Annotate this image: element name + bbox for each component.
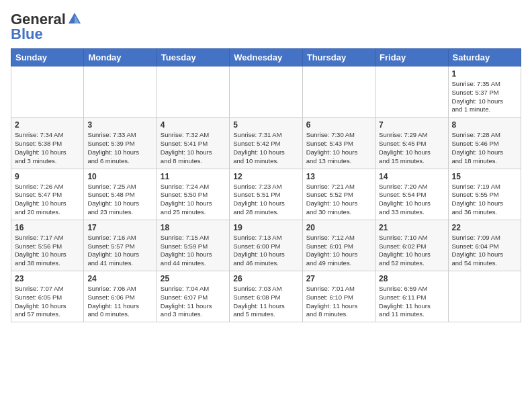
calendar-cell: 23Sunrise: 7:07 AM Sunset: 6:05 PM Dayli… — [11, 271, 84, 322]
day-info: Sunrise: 7:17 AM Sunset: 5:56 PM Dayligh… — [15, 234, 80, 268]
day-info: Sunrise: 7:21 AM Sunset: 5:52 PM Dayligh… — [306, 183, 371, 217]
logo: General Blue — [11, 11, 82, 43]
calendar-cell: 18Sunrise: 7:15 AM Sunset: 5:59 PM Dayli… — [157, 220, 229, 271]
calendar-cell: 17Sunrise: 7:16 AM Sunset: 5:57 PM Dayli… — [84, 220, 157, 271]
day-number: 27 — [306, 274, 371, 283]
day-number: 19 — [233, 223, 298, 232]
logo-blue-text: Blue — [11, 26, 43, 43]
day-number: 25 — [161, 274, 226, 283]
day-number: 8 — [452, 120, 517, 130]
day-info: Sunrise: 7:24 AM Sunset: 5:50 PM Dayligh… — [161, 183, 226, 217]
page-header: General Blue — [11, 11, 521, 43]
day-number: 24 — [87, 274, 152, 283]
calendar-cell — [157, 66, 229, 118]
day-number: 23 — [15, 274, 80, 283]
day-info: Sunrise: 7:23 AM Sunset: 5:51 PM Dayligh… — [233, 183, 298, 217]
day-info: Sunrise: 7:07 AM Sunset: 6:05 PM Dayligh… — [15, 285, 80, 319]
calendar-week-row: 1Sunrise: 7:35 AM Sunset: 5:37 PM Daylig… — [11, 66, 521, 118]
day-info: Sunrise: 7:09 AM Sunset: 6:04 PM Dayligh… — [452, 234, 517, 268]
calendar-cell: 19Sunrise: 7:13 AM Sunset: 6:00 PM Dayli… — [230, 220, 302, 271]
day-info: Sunrise: 7:01 AM Sunset: 6:10 PM Dayligh… — [306, 285, 371, 319]
calendar-cell: 8Sunrise: 7:28 AM Sunset: 5:46 PM Daylig… — [448, 118, 521, 169]
calendar-cell: 2Sunrise: 7:34 AM Sunset: 5:38 PM Daylig… — [11, 118, 84, 169]
day-info: Sunrise: 6:59 AM Sunset: 6:11 PM Dayligh… — [379, 285, 444, 319]
day-info: Sunrise: 7:29 AM Sunset: 5:45 PM Dayligh… — [379, 131, 444, 165]
day-info: Sunrise: 7:10 AM Sunset: 6:02 PM Dayligh… — [379, 234, 444, 268]
calendar-cell — [375, 66, 448, 118]
day-info: Sunrise: 7:33 AM Sunset: 5:39 PM Dayligh… — [87, 131, 152, 165]
calendar-cell: 28Sunrise: 6:59 AM Sunset: 6:11 PM Dayli… — [375, 271, 448, 322]
calendar-week-row: 16Sunrise: 7:17 AM Sunset: 5:56 PM Dayli… — [11, 220, 521, 271]
day-info: Sunrise: 7:06 AM Sunset: 6:06 PM Dayligh… — [87, 285, 152, 319]
day-number: 10 — [87, 172, 152, 181]
calendar-cell: 25Sunrise: 7:04 AM Sunset: 6:07 PM Dayli… — [157, 271, 229, 322]
calendar-cell: 11Sunrise: 7:24 AM Sunset: 5:50 PM Dayli… — [157, 169, 229, 220]
logo-icon — [67, 11, 82, 26]
day-info: Sunrise: 7:20 AM Sunset: 5:54 PM Dayligh… — [379, 183, 444, 217]
day-info: Sunrise: 7:13 AM Sunset: 6:00 PM Dayligh… — [233, 234, 298, 268]
calendar-week-row: 2Sunrise: 7:34 AM Sunset: 5:38 PM Daylig… — [11, 118, 521, 169]
day-number: 3 — [87, 120, 152, 130]
calendar-cell: 7Sunrise: 7:29 AM Sunset: 5:45 PM Daylig… — [375, 118, 448, 169]
calendar-cell: 24Sunrise: 7:06 AM Sunset: 6:06 PM Dayli… — [84, 271, 157, 322]
calendar-cell: 27Sunrise: 7:01 AM Sunset: 6:10 PM Dayli… — [302, 271, 375, 322]
day-info: Sunrise: 7:34 AM Sunset: 5:38 PM Dayligh… — [15, 131, 80, 165]
calendar-cell: 4Sunrise: 7:32 AM Sunset: 5:41 PM Daylig… — [157, 118, 229, 169]
calendar-week-row: 23Sunrise: 7:07 AM Sunset: 6:05 PM Dayli… — [11, 271, 521, 322]
calendar-week-row: 9Sunrise: 7:26 AM Sunset: 5:47 PM Daylig… — [11, 169, 521, 220]
day-info: Sunrise: 7:03 AM Sunset: 6:08 PM Dayligh… — [233, 285, 298, 319]
calendar-cell: 21Sunrise: 7:10 AM Sunset: 6:02 PM Dayli… — [375, 220, 448, 271]
calendar-cell: 6Sunrise: 7:30 AM Sunset: 5:43 PM Daylig… — [302, 118, 375, 169]
calendar-cell: 5Sunrise: 7:31 AM Sunset: 5:42 PM Daylig… — [230, 118, 302, 169]
day-info: Sunrise: 7:25 AM Sunset: 5:48 PM Dayligh… — [87, 183, 152, 217]
calendar-cell: 26Sunrise: 7:03 AM Sunset: 6:08 PM Dayli… — [230, 271, 302, 322]
day-number: 22 — [452, 223, 517, 232]
day-number: 9 — [15, 172, 80, 181]
day-info: Sunrise: 7:30 AM Sunset: 5:43 PM Dayligh… — [306, 131, 371, 165]
day-number: 14 — [379, 172, 444, 181]
calendar-cell: 22Sunrise: 7:09 AM Sunset: 6:04 PM Dayli… — [448, 220, 521, 271]
weekday-header-friday: Friday — [375, 49, 448, 66]
day-info: Sunrise: 7:35 AM Sunset: 5:37 PM Dayligh… — [452, 80, 517, 114]
weekday-header-thursday: Thursday — [302, 49, 375, 66]
day-number: 18 — [161, 223, 226, 232]
calendar-cell: 9Sunrise: 7:26 AM Sunset: 5:47 PM Daylig… — [11, 169, 84, 220]
day-number: 15 — [452, 172, 517, 181]
calendar-cell — [84, 66, 157, 118]
day-number: 16 — [15, 223, 80, 232]
calendar-cell — [302, 66, 375, 118]
calendar-cell — [11, 66, 84, 118]
calendar-cell: 20Sunrise: 7:12 AM Sunset: 6:01 PM Dayli… — [302, 220, 375, 271]
day-number: 13 — [306, 172, 371, 181]
weekday-header-monday: Monday — [84, 49, 157, 66]
day-number: 17 — [87, 223, 152, 232]
weekday-header-saturday: Saturday — [448, 49, 521, 66]
calendar-cell — [230, 66, 302, 118]
weekday-header-tuesday: Tuesday — [157, 49, 229, 66]
day-number: 20 — [306, 223, 371, 232]
day-number: 12 — [233, 172, 298, 181]
weekday-header-wednesday: Wednesday — [230, 49, 302, 66]
day-number: 21 — [379, 223, 444, 232]
calendar-cell: 3Sunrise: 7:33 AM Sunset: 5:39 PM Daylig… — [84, 118, 157, 169]
day-number: 6 — [306, 120, 371, 130]
calendar-cell: 13Sunrise: 7:21 AM Sunset: 5:52 PM Dayli… — [302, 169, 375, 220]
calendar-cell: 10Sunrise: 7:25 AM Sunset: 5:48 PM Dayli… — [84, 169, 157, 220]
day-number: 11 — [161, 172, 226, 181]
day-info: Sunrise: 7:26 AM Sunset: 5:47 PM Dayligh… — [15, 183, 80, 217]
calendar-cell: 15Sunrise: 7:19 AM Sunset: 5:55 PM Dayli… — [448, 169, 521, 220]
day-info: Sunrise: 7:04 AM Sunset: 6:07 PM Dayligh… — [161, 285, 226, 319]
calendar-cell: 16Sunrise: 7:17 AM Sunset: 5:56 PM Dayli… — [11, 220, 84, 271]
day-number: 26 — [233, 274, 298, 283]
day-number: 1 — [452, 69, 517, 79]
day-info: Sunrise: 7:16 AM Sunset: 5:57 PM Dayligh… — [87, 234, 152, 268]
calendar-cell: 14Sunrise: 7:20 AM Sunset: 5:54 PM Dayli… — [375, 169, 448, 220]
day-number: 28 — [379, 274, 444, 283]
day-info: Sunrise: 7:32 AM Sunset: 5:41 PM Dayligh… — [161, 131, 226, 165]
calendar-cell: 1Sunrise: 7:35 AM Sunset: 5:37 PM Daylig… — [448, 66, 521, 118]
weekday-header-row: SundayMondayTuesdayWednesdayThursdayFrid… — [11, 49, 521, 66]
day-number: 7 — [379, 120, 444, 130]
day-number: 2 — [15, 120, 80, 130]
day-number: 5 — [233, 120, 298, 130]
day-number: 4 — [161, 120, 226, 130]
